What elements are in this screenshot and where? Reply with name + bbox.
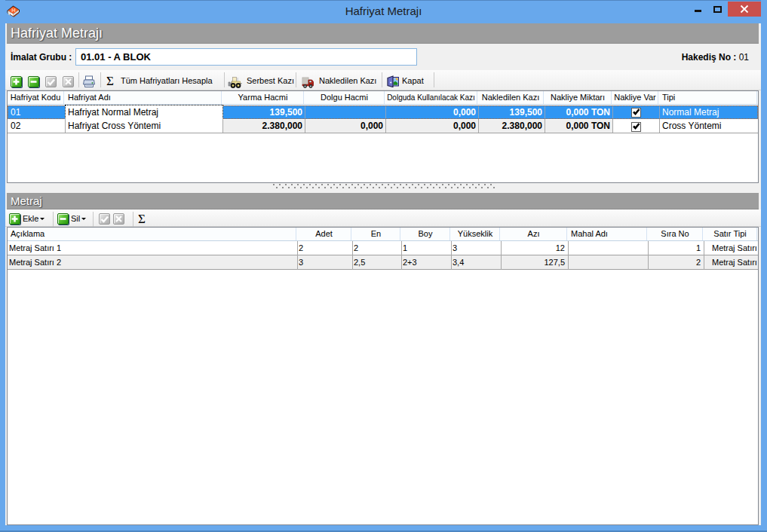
svg-text:H: H [11,7,15,14]
